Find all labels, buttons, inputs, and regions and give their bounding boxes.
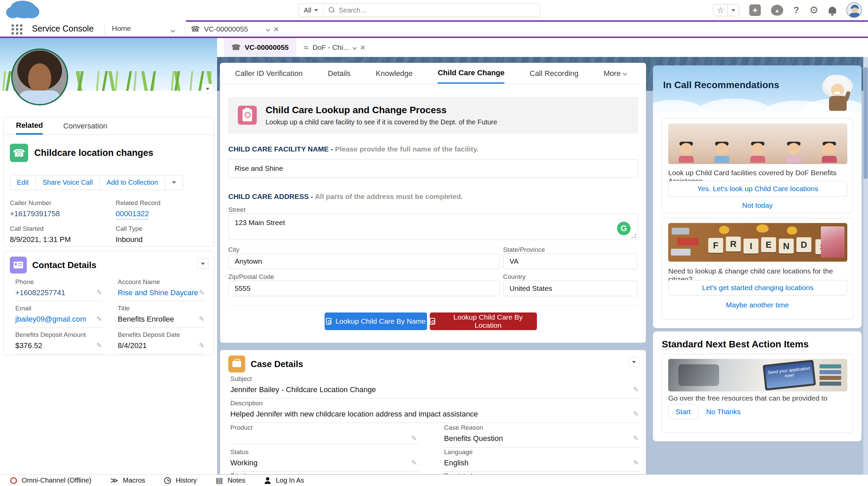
search-scope-dropdown[interactable]: All — [299, 4, 323, 17]
textarea-resize-handle[interactable] — [631, 233, 636, 238]
tab-details[interactable]: Details — [328, 63, 350, 84]
workspace-area: ☎ VC-00000055 ≈ DoF - Chi... × Caller ID… — [217, 38, 868, 474]
field-label: Email — [15, 305, 102, 312]
edit-pencil-icon[interactable]: ✎ — [411, 434, 417, 442]
edit-pencil-icon[interactable]: ✎ — [199, 341, 205, 349]
subtab-dof-flow[interactable]: ≈ DoF - Chi... × — [296, 38, 373, 57]
state-input[interactable] — [503, 254, 637, 269]
notifications-bell-button[interactable] — [829, 7, 836, 14]
recommendations-title: In Call Recommendations — [663, 80, 779, 90]
close-icon[interactable]: × — [274, 25, 279, 34]
country-label: Country — [503, 273, 526, 281]
tab-conversation[interactable]: Conversation — [63, 117, 107, 135]
field-value: Benefits Enrollee✎ — [118, 315, 205, 327]
close-icon[interactable]: × — [360, 43, 365, 52]
city-input[interactable] — [228, 254, 500, 269]
tab-child-care-change[interactable]: Child Care Change — [438, 63, 504, 84]
tab-call-recording[interactable]: Call Recording — [529, 63, 578, 84]
field-value: 8/4/2021✎ — [118, 341, 205, 354]
person-icon — [264, 477, 271, 484]
edit-pencil-icon[interactable]: ✎ — [96, 315, 102, 323]
subtab-voice-call[interactable]: ☎ VC-00000055 — [224, 38, 296, 57]
scrabble-tile: F — [708, 238, 723, 253]
lookup-by-location-button[interactable]: Lookup Child Care By Location — [430, 312, 537, 330]
log-in-as-button[interactable]: Log In As — [264, 477, 304, 484]
tab-caller-id-verification[interactable]: Caller ID Verification — [235, 63, 303, 84]
macros-button[interactable]: ≫ Macros — [110, 476, 145, 485]
nav-tab-home[interactable]: Home — [112, 24, 131, 33]
caret-down-icon — [632, 361, 636, 363]
edit-pencil-icon[interactable]: ✎ — [633, 459, 639, 467]
lookup-by-name-button[interactable]: Lookup Child Care By Name — [325, 312, 427, 330]
tab-related[interactable]: Related — [16, 117, 43, 135]
field-email: Email jbailey09@gmail.com✎ — [15, 305, 102, 327]
history-button[interactable]: History — [164, 477, 197, 484]
subtab-bar: ☎ VC-00000055 ≈ DoF - Chi... × — [217, 38, 868, 57]
field-value: Working✎ — [230, 459, 419, 472]
start-button[interactable]: Start — [668, 404, 698, 419]
tab-more[interactable]: More — [604, 63, 626, 84]
history-label: History — [176, 477, 197, 484]
friends-photo: F R I E N D S — [668, 223, 847, 262]
field-benefits-deposit-amount: Benefits Deposit Amount $376.52✎ — [15, 331, 102, 354]
reject-recommendation-link[interactable]: Maybe another time — [662, 301, 853, 309]
tab-knowledge[interactable]: Knowledge — [376, 63, 413, 84]
voice-call-icon: ☎ — [10, 144, 28, 162]
no-thanks-link[interactable]: No Thanks — [706, 408, 740, 416]
voice-call-title: Childcare location changes — [34, 148, 153, 158]
chevron-down-icon[interactable] — [266, 27, 270, 32]
edit-pencil-icon[interactable]: ✎ — [96, 341, 102, 349]
facility-name-input[interactable] — [228, 159, 638, 178]
edit-pencil-icon[interactable]: ✎ — [633, 434, 639, 442]
edit-pencil-icon[interactable]: ✎ — [199, 315, 205, 323]
country-input[interactable] — [503, 281, 637, 296]
street-input[interactable]: 123 Main Street — [228, 214, 638, 240]
setup-gear-button[interactable]: ⚙ — [809, 5, 818, 15]
app-name: Service Console — [32, 24, 94, 34]
contact-card-caret-button[interactable] — [197, 259, 209, 269]
einstein-mascot-icon — [822, 75, 855, 112]
edit-pencil-icon[interactable]: ✎ — [96, 288, 102, 297]
plus-icon: + — [752, 5, 757, 16]
more-actions-button[interactable] — [165, 175, 183, 190]
chevron-down-icon[interactable] — [352, 45, 357, 50]
banner-actions-button[interactable] — [202, 84, 213, 94]
search-input[interactable] — [339, 6, 540, 14]
accept-recommendation-button[interactable]: Let's get started changing locations — [668, 280, 847, 296]
grammarly-icon[interactable]: G — [617, 222, 631, 235]
global-actions-button[interactable]: + — [749, 4, 761, 16]
notes-button[interactable]: ▤ Notes — [216, 476, 245, 485]
related-record-link[interactable]: 00001322 — [116, 209, 149, 220]
nav-tab-voice-call[interactable]: ☎ VC-00000055 × — [186, 20, 284, 37]
edit-button[interactable]: Edit — [10, 175, 36, 190]
case-card-caret-button[interactable] — [628, 357, 640, 367]
workspace-scrollbar[interactable] — [863, 57, 868, 474]
zip-input[interactable] — [228, 281, 500, 296]
scrollbar-thumb[interactable] — [864, 67, 868, 179]
omni-channel-button[interactable]: Omni-Channel (Offline) — [10, 477, 91, 484]
home-tab-caret-button[interactable] — [171, 27, 174, 33]
field-language: Language English✎ — [444, 448, 641, 472]
accept-recommendation-button[interactable]: Yes. Let's look up Child Care locations — [668, 181, 847, 197]
app-launcher-button[interactable] — [12, 24, 23, 35]
field-label: Title — [118, 305, 205, 312]
flow-wave-icon: ≈ — [304, 42, 308, 53]
edit-pencil-icon[interactable]: ✎ — [633, 410, 639, 418]
favorites-star-button[interactable]: ☆ — [713, 4, 728, 16]
favorites-caret-button[interactable] — [728, 4, 739, 16]
reject-recommendation-link[interactable]: Not today — [662, 201, 853, 209]
nav-accent-line — [186, 20, 868, 22]
edit-pencil-icon[interactable]: ✎ — [199, 288, 205, 297]
edit-pencil-icon[interactable]: ✎ — [411, 459, 417, 467]
trailhead-button[interactable]: ▲ — [771, 5, 783, 16]
field-value: Inbound — [116, 235, 143, 244]
help-button[interactable]: ? — [793, 5, 799, 16]
account-name-link[interactable]: Rise and Shine Daycare — [118, 288, 198, 297]
header-utility-icons: ☆ + ▲ ? ⚙ — [713, 3, 862, 18]
add-to-collection-button[interactable]: Add to Collection — [100, 175, 165, 190]
email-link[interactable]: jbailey09@gmail.com — [15, 315, 86, 323]
clipboard-search-icon — [238, 106, 257, 125]
user-avatar[interactable] — [846, 2, 862, 18]
share-voice-call-button[interactable]: Share Voice Call — [36, 175, 100, 190]
edit-pencil-icon[interactable]: ✎ — [633, 385, 639, 393]
